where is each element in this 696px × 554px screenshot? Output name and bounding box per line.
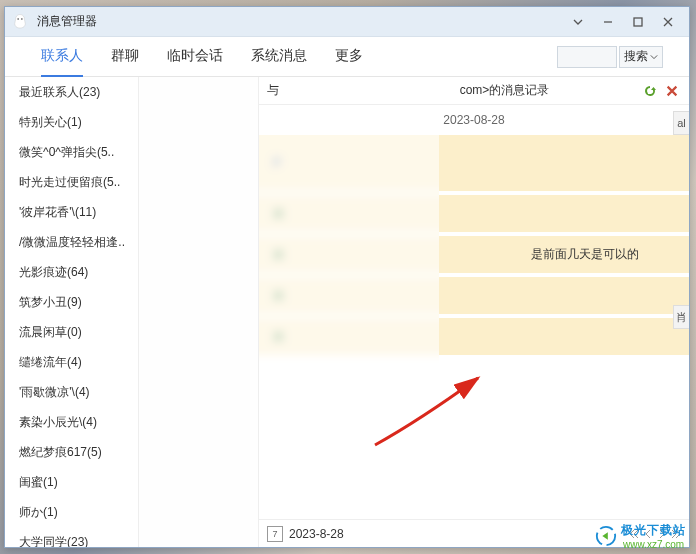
tab-contacts[interactable]: 联系人	[41, 37, 83, 77]
calendar-icon[interactable]: 7	[267, 526, 283, 542]
chat-header-prefix: 与	[267, 83, 279, 97]
message-row[interactable]: 故	[259, 277, 689, 314]
tab-temp-sessions[interactable]: 临时会话	[167, 37, 223, 77]
message-sender: P	[273, 156, 281, 170]
search-button-label: 搜索	[624, 48, 648, 65]
sidebar-item[interactable]: 最近联系人(23)	[5, 77, 138, 107]
close-button[interactable]	[653, 12, 683, 32]
tabs: 联系人 群聊 临时会话 系统消息 更多	[41, 37, 363, 77]
message-row[interactable]: 故	[259, 195, 689, 232]
message-row[interactable]: 故	[259, 318, 689, 355]
watermark-text-cn: 极光下载站	[621, 522, 686, 539]
tab-groups[interactable]: 群聊	[111, 37, 139, 77]
message-sender: 故	[273, 246, 285, 263]
sidebar-item[interactable]: 燃纪梦痕617(5)	[5, 437, 138, 467]
message-row[interactable]: 故是前面几天是可以的	[259, 236, 689, 273]
tabbar: 联系人 群聊 临时会话 系统消息 更多 搜索	[5, 37, 689, 77]
edge-tab-top[interactable]: al	[673, 111, 689, 135]
category-sidebar[interactable]: 最近联系人(23)特别关心(1)微笑^0^弹指尖(5..时光走过便留痕(5..'…	[5, 77, 139, 547]
message-sender: 故	[273, 328, 285, 345]
contact-sublist[interactable]	[139, 77, 259, 547]
watermark: 极光下载站 www.xz7.com	[595, 522, 686, 550]
sidebar-item[interactable]: 流晨闲草(0)	[5, 317, 138, 347]
search-button[interactable]: 搜索	[619, 46, 663, 68]
message-body: 是前面几天是可以的	[531, 246, 679, 263]
sidebar-item[interactable]: 缱绻流年(4)	[5, 347, 138, 377]
tab-more[interactable]: 更多	[335, 37, 363, 77]
app-icon	[11, 13, 29, 31]
messages-list: P故故是前面几天是可以的故故	[259, 135, 689, 519]
sidebar-item[interactable]: 光影痕迹(64)	[5, 257, 138, 287]
svg-point-1	[21, 18, 23, 20]
svg-rect-3	[634, 18, 642, 26]
message-sender: 故	[273, 205, 285, 222]
sidebar-item[interactable]: 微笑^0^弹指尖(5..	[5, 137, 138, 167]
chat-panel: 与 xxxxxxxxxxxxxxxxxxxxxxxxxxxxx com>的消息记…	[259, 77, 689, 547]
content-area: 最近联系人(23)特别关心(1)微笑^0^弹指尖(5..时光走过便留痕(5..'…	[5, 77, 689, 547]
sidebar-item[interactable]: 师か(1)	[5, 497, 138, 527]
tab-system-msgs[interactable]: 系统消息	[251, 37, 307, 77]
refresh-icon[interactable]	[641, 82, 659, 100]
watermark-text-en: www.xz7.com	[623, 539, 686, 550]
chat-header: 与 xxxxxxxxxxxxxxxxxxxxxxxxxxxxx com>的消息记…	[259, 77, 689, 105]
sidebar-item[interactable]: 筑梦小丑(9)	[5, 287, 138, 317]
titlebar: 消息管理器	[5, 7, 689, 37]
search-area: 搜索	[557, 46, 663, 68]
sidebar-item[interactable]: /微微温度轻轻相逢..	[5, 227, 138, 257]
message-sender: 故	[273, 287, 285, 304]
sidebar-item[interactable]: 大学同学(23)	[5, 527, 138, 547]
window-title: 消息管理器	[37, 13, 563, 30]
chat-header-suffix: com>的消息记录	[460, 83, 550, 97]
delete-icon[interactable]	[663, 82, 681, 100]
sidebar-item[interactable]: 时光走过便留痕(5..	[5, 167, 138, 197]
sidebar-item[interactable]: 闺蜜(1)	[5, 467, 138, 497]
sidebar-item[interactable]: '雨歇微凉'\(4)	[5, 377, 138, 407]
edge-tab-bottom[interactable]: 肖	[673, 305, 689, 329]
settings-dropdown-button[interactable]	[563, 12, 593, 32]
chat-header-text: 与 xxxxxxxxxxxxxxxxxxxxxxxxxxxxx com>的消息记…	[267, 82, 637, 99]
sidebar-item[interactable]: 素染小辰光\(4)	[5, 407, 138, 437]
sidebar-item[interactable]: 特别关心(1)	[5, 107, 138, 137]
watermark-logo-icon	[595, 525, 617, 547]
message-row[interactable]: P	[259, 135, 689, 191]
svg-point-0	[17, 18, 19, 20]
maximize-button[interactable]	[623, 12, 653, 32]
footer-date: 2023-8-28	[289, 527, 344, 541]
chat-date-divider: 2023-08-28	[259, 105, 689, 135]
search-input[interactable]	[557, 46, 617, 68]
sidebar-item[interactable]: '彼岸花香'\(11)	[5, 197, 138, 227]
minimize-button[interactable]	[593, 12, 623, 32]
message-manager-window: 消息管理器 联系人 群聊 临时会话 系统消息 更多 搜索 最近联系人(23)特别…	[4, 6, 690, 548]
